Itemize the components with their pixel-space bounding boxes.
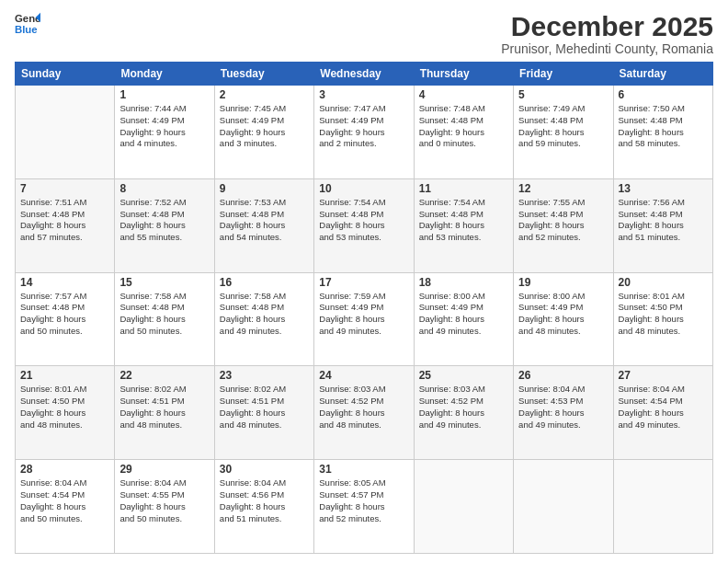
cell-date: 26 bbox=[518, 369, 608, 382]
table-row bbox=[16, 86, 115, 179]
cell-date: 16 bbox=[220, 276, 309, 289]
cell-info: Sunrise: 7:59 AMSunset: 4:49 PMDaylight:… bbox=[319, 291, 408, 338]
cell-info: Sunrise: 8:02 AMSunset: 4:51 PMDaylight:… bbox=[220, 384, 309, 431]
cell-date: 15 bbox=[119, 276, 209, 289]
cell-date: 4 bbox=[419, 88, 508, 101]
cell-date: 31 bbox=[319, 463, 408, 476]
cell-date: 21 bbox=[20, 369, 109, 382]
table-row: 25Sunrise: 8:03 AMSunset: 4:52 PMDayligh… bbox=[414, 366, 513, 460]
table-row bbox=[514, 460, 613, 554]
main-title: December 2025 bbox=[501, 11, 713, 41]
cell-date: 29 bbox=[119, 463, 209, 476]
cell-info: Sunrise: 7:44 AMSunset: 4:49 PMDaylight:… bbox=[119, 103, 209, 150]
cell-info: Sunrise: 8:02 AMSunset: 4:51 PMDaylight:… bbox=[119, 384, 209, 431]
cell-date: 30 bbox=[220, 463, 309, 476]
table-row bbox=[613, 460, 712, 554]
cell-date: 14 bbox=[20, 276, 109, 289]
cell-date: 9 bbox=[220, 182, 309, 195]
table-row: 21Sunrise: 8:01 AMSunset: 4:50 PMDayligh… bbox=[16, 366, 115, 460]
cell-date: 25 bbox=[419, 369, 508, 382]
calendar-week-5: 28Sunrise: 8:04 AMSunset: 4:54 PMDayligh… bbox=[16, 460, 713, 554]
cell-info: Sunrise: 8:04 AMSunset: 4:53 PMDaylight:… bbox=[518, 384, 608, 431]
table-row: 28Sunrise: 8:04 AMSunset: 4:54 PMDayligh… bbox=[16, 460, 115, 554]
table-row: 10Sunrise: 7:54 AMSunset: 4:48 PMDayligh… bbox=[314, 178, 414, 272]
table-row: 23Sunrise: 8:02 AMSunset: 4:51 PMDayligh… bbox=[214, 366, 313, 460]
cell-date: 22 bbox=[119, 369, 209, 382]
cell-date: 5 bbox=[518, 88, 608, 101]
table-row: 17Sunrise: 7:59 AMSunset: 4:49 PMDayligh… bbox=[314, 272, 414, 366]
cell-info: Sunrise: 7:58 AMSunset: 4:48 PMDaylight:… bbox=[119, 291, 209, 338]
table-row: 12Sunrise: 7:55 AMSunset: 4:48 PMDayligh… bbox=[514, 178, 613, 272]
cell-date: 18 bbox=[419, 276, 508, 289]
col-sunday: Sunday bbox=[16, 63, 115, 86]
cell-date: 10 bbox=[319, 182, 408, 195]
cell-date: 6 bbox=[619, 88, 708, 101]
cell-date: 20 bbox=[619, 276, 708, 289]
cell-date: 7 bbox=[20, 182, 109, 195]
cell-info: Sunrise: 7:56 AMSunset: 4:48 PMDaylight:… bbox=[619, 197, 708, 244]
page: General Blue December 2025 Prunisor, Meh… bbox=[0, 0, 728, 563]
cell-date: 28 bbox=[20, 463, 109, 476]
table-row: 1Sunrise: 7:44 AMSunset: 4:49 PMDaylight… bbox=[115, 86, 214, 179]
table-row: 16Sunrise: 7:58 AMSunset: 4:48 PMDayligh… bbox=[214, 272, 313, 366]
cell-info: Sunrise: 7:50 AMSunset: 4:48 PMDaylight:… bbox=[619, 103, 708, 150]
cell-info: Sunrise: 8:01 AMSunset: 4:50 PMDaylight:… bbox=[20, 384, 109, 431]
subtitle: Prunisor, Mehedinti County, Romania bbox=[501, 41, 713, 56]
cell-info: Sunrise: 7:54 AMSunset: 4:48 PMDaylight:… bbox=[419, 197, 508, 244]
table-row: 29Sunrise: 8:04 AMSunset: 4:55 PMDayligh… bbox=[115, 460, 214, 554]
cell-info: Sunrise: 8:03 AMSunset: 4:52 PMDaylight:… bbox=[419, 384, 508, 431]
header: General Blue December 2025 Prunisor, Meh… bbox=[15, 11, 713, 56]
calendar-week-4: 21Sunrise: 8:01 AMSunset: 4:50 PMDayligh… bbox=[16, 366, 713, 460]
cell-info: Sunrise: 8:05 AMSunset: 4:57 PMDaylight:… bbox=[319, 477, 408, 524]
cell-date: 23 bbox=[220, 369, 309, 382]
cell-info: Sunrise: 7:51 AMSunset: 4:48 PMDaylight:… bbox=[20, 197, 109, 244]
cell-info: Sunrise: 7:48 AMSunset: 4:48 PMDaylight:… bbox=[419, 103, 508, 150]
col-friday: Friday bbox=[514, 63, 613, 86]
calendar-week-1: 1Sunrise: 7:44 AMSunset: 4:49 PMDaylight… bbox=[16, 86, 713, 179]
cell-date: 24 bbox=[319, 369, 408, 382]
cell-date: 27 bbox=[619, 369, 708, 382]
table-row: 24Sunrise: 8:03 AMSunset: 4:52 PMDayligh… bbox=[314, 366, 414, 460]
cell-date: 17 bbox=[319, 276, 408, 289]
cell-info: Sunrise: 8:00 AMSunset: 4:49 PMDaylight:… bbox=[518, 291, 608, 338]
table-row: 30Sunrise: 8:04 AMSunset: 4:56 PMDayligh… bbox=[214, 460, 313, 554]
table-row: 14Sunrise: 7:57 AMSunset: 4:48 PMDayligh… bbox=[16, 272, 115, 366]
calendar-week-2: 7Sunrise: 7:51 AMSunset: 4:48 PMDaylight… bbox=[16, 178, 713, 272]
table-row: 6Sunrise: 7:50 AMSunset: 4:48 PMDaylight… bbox=[613, 86, 712, 179]
cell-date: 1 bbox=[119, 88, 209, 101]
table-row: 7Sunrise: 7:51 AMSunset: 4:48 PMDaylight… bbox=[16, 178, 115, 272]
cell-date: 2 bbox=[220, 88, 309, 101]
logo: General Blue bbox=[15, 11, 40, 37]
cell-info: Sunrise: 8:04 AMSunset: 4:54 PMDaylight:… bbox=[20, 477, 109, 524]
cell-date: 19 bbox=[518, 276, 608, 289]
cell-info: Sunrise: 8:04 AMSunset: 4:56 PMDaylight:… bbox=[220, 477, 309, 524]
table-row bbox=[414, 460, 513, 554]
cell-info: Sunrise: 8:04 AMSunset: 4:54 PMDaylight:… bbox=[619, 384, 708, 431]
table-row: 9Sunrise: 7:53 AMSunset: 4:48 PMDaylight… bbox=[214, 178, 313, 272]
logo-icon: General Blue bbox=[15, 11, 40, 37]
table-row: 27Sunrise: 8:04 AMSunset: 4:54 PMDayligh… bbox=[613, 366, 712, 460]
calendar-week-3: 14Sunrise: 7:57 AMSunset: 4:48 PMDayligh… bbox=[16, 272, 713, 366]
table-row: 5Sunrise: 7:49 AMSunset: 4:48 PMDaylight… bbox=[514, 86, 613, 179]
cell-info: Sunrise: 7:47 AMSunset: 4:49 PMDaylight:… bbox=[319, 103, 408, 150]
cell-date: 12 bbox=[518, 182, 608, 195]
cell-info: Sunrise: 8:00 AMSunset: 4:49 PMDaylight:… bbox=[419, 291, 508, 338]
cell-date: 13 bbox=[619, 182, 708, 195]
cell-info: Sunrise: 7:57 AMSunset: 4:48 PMDaylight:… bbox=[20, 291, 109, 338]
cell-date: 11 bbox=[419, 182, 508, 195]
calendar-table: Sunday Monday Tuesday Wednesday Thursday… bbox=[15, 62, 713, 554]
table-row: 3Sunrise: 7:47 AMSunset: 4:49 PMDaylight… bbox=[314, 86, 414, 179]
col-wednesday: Wednesday bbox=[314, 63, 414, 86]
col-monday: Monday bbox=[115, 63, 214, 86]
table-row: 8Sunrise: 7:52 AMSunset: 4:48 PMDaylight… bbox=[115, 178, 214, 272]
table-row: 19Sunrise: 8:00 AMSunset: 4:49 PMDayligh… bbox=[514, 272, 613, 366]
col-thursday: Thursday bbox=[414, 63, 513, 86]
cell-info: Sunrise: 8:03 AMSunset: 4:52 PMDaylight:… bbox=[319, 384, 408, 431]
col-tuesday: Tuesday bbox=[214, 63, 313, 86]
table-row: 26Sunrise: 8:04 AMSunset: 4:53 PMDayligh… bbox=[514, 366, 613, 460]
svg-text:Blue: Blue bbox=[15, 24, 38, 35]
table-row: 13Sunrise: 7:56 AMSunset: 4:48 PMDayligh… bbox=[613, 178, 712, 272]
cell-info: Sunrise: 7:53 AMSunset: 4:48 PMDaylight:… bbox=[220, 197, 309, 244]
cell-info: Sunrise: 7:55 AMSunset: 4:48 PMDaylight:… bbox=[518, 197, 608, 244]
table-row: 20Sunrise: 8:01 AMSunset: 4:50 PMDayligh… bbox=[613, 272, 712, 366]
